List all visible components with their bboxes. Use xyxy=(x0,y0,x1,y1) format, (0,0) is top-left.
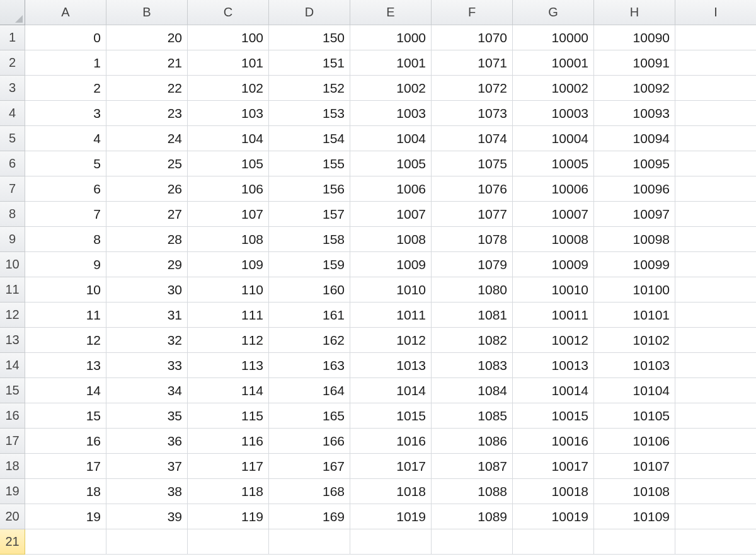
cell-A17[interactable]: 16 xyxy=(25,429,106,454)
cell-F17[interactable]: 1086 xyxy=(432,429,513,454)
column-header-G[interactable]: G xyxy=(513,0,594,25)
cell-C14[interactable]: 113 xyxy=(188,353,269,378)
select-all-corner[interactable] xyxy=(0,0,25,25)
cell-F13[interactable]: 1082 xyxy=(432,328,513,353)
cell-C18[interactable]: 117 xyxy=(188,454,269,479)
cell-D13[interactable]: 162 xyxy=(269,328,350,353)
row-header-17[interactable]: 17 xyxy=(0,429,25,454)
cell-B9[interactable]: 28 xyxy=(106,227,188,252)
row-header-2[interactable]: 2 xyxy=(0,50,25,76)
cell-D12[interactable]: 161 xyxy=(269,303,350,328)
cell-G7[interactable]: 10006 xyxy=(513,176,594,202)
cell-A4[interactable]: 3 xyxy=(25,101,106,126)
cell-G12[interactable]: 10011 xyxy=(513,303,594,328)
cell-I13[interactable] xyxy=(675,328,756,353)
cell-I19[interactable] xyxy=(675,479,756,504)
row-header-4[interactable]: 4 xyxy=(0,101,25,126)
cell-C4[interactable]: 103 xyxy=(188,101,269,126)
cell-E14[interactable]: 1013 xyxy=(350,353,432,378)
cell-E5[interactable]: 1004 xyxy=(350,126,432,151)
cell-B4[interactable]: 23 xyxy=(106,101,188,126)
cell-I8[interactable] xyxy=(675,202,756,227)
cell-A15[interactable]: 14 xyxy=(25,378,106,403)
cell-F9[interactable]: 1078 xyxy=(432,227,513,252)
cell-E11[interactable]: 1010 xyxy=(350,277,432,303)
cell-A1[interactable]: 0 xyxy=(25,25,106,50)
cell-I5[interactable] xyxy=(675,126,756,151)
cell-D9[interactable]: 158 xyxy=(269,227,350,252)
cell-H21[interactable] xyxy=(594,529,675,555)
cell-A12[interactable]: 11 xyxy=(25,303,106,328)
cell-C17[interactable]: 116 xyxy=(188,429,269,454)
cell-D1[interactable]: 150 xyxy=(269,25,350,50)
cell-D18[interactable]: 167 xyxy=(269,454,350,479)
cell-E20[interactable]: 1019 xyxy=(350,504,432,529)
cell-B5[interactable]: 24 xyxy=(106,126,188,151)
cell-C19[interactable]: 118 xyxy=(188,479,269,504)
cell-E15[interactable]: 1014 xyxy=(350,378,432,403)
cell-D16[interactable]: 165 xyxy=(269,403,350,429)
cell-I4[interactable] xyxy=(675,101,756,126)
cell-E16[interactable]: 1015 xyxy=(350,403,432,429)
cell-I10[interactable] xyxy=(675,252,756,277)
cell-A7[interactable]: 6 xyxy=(25,176,106,202)
cell-E19[interactable]: 1018 xyxy=(350,479,432,504)
cell-G10[interactable]: 10009 xyxy=(513,252,594,277)
cell-G6[interactable]: 10005 xyxy=(513,151,594,176)
cell-B21[interactable] xyxy=(106,529,188,555)
cell-H15[interactable]: 10104 xyxy=(594,378,675,403)
cell-A16[interactable]: 15 xyxy=(25,403,106,429)
cell-D8[interactable]: 157 xyxy=(269,202,350,227)
cell-D6[interactable]: 155 xyxy=(269,151,350,176)
cell-E17[interactable]: 1016 xyxy=(350,429,432,454)
cell-F8[interactable]: 1077 xyxy=(432,202,513,227)
cell-I16[interactable] xyxy=(675,403,756,429)
cell-H18[interactable]: 10107 xyxy=(594,454,675,479)
row-header-11[interactable]: 11 xyxy=(0,277,25,303)
cell-D3[interactable]: 152 xyxy=(269,76,350,101)
column-header-D[interactable]: D xyxy=(269,0,350,25)
row-header-18[interactable]: 18 xyxy=(0,454,25,479)
column-header-I[interactable]: I xyxy=(675,0,756,25)
cell-B7[interactable]: 26 xyxy=(106,176,188,202)
cell-I2[interactable] xyxy=(675,50,756,76)
cell-C15[interactable]: 114 xyxy=(188,378,269,403)
cell-H16[interactable]: 10105 xyxy=(594,403,675,429)
cell-F19[interactable]: 1088 xyxy=(432,479,513,504)
cell-F4[interactable]: 1073 xyxy=(432,101,513,126)
cell-H1[interactable]: 10090 xyxy=(594,25,675,50)
column-header-H[interactable]: H xyxy=(594,0,675,25)
row-header-8[interactable]: 8 xyxy=(0,202,25,227)
column-header-F[interactable]: F xyxy=(432,0,513,25)
cell-G11[interactable]: 10010 xyxy=(513,277,594,303)
cell-E12[interactable]: 1011 xyxy=(350,303,432,328)
row-header-19[interactable]: 19 xyxy=(0,479,25,504)
cell-A21[interactable] xyxy=(25,529,106,555)
cell-D11[interactable]: 160 xyxy=(269,277,350,303)
spreadsheet-grid[interactable]: ABCDEFGHI1020100150100010701000010090212… xyxy=(0,0,756,559)
column-header-E[interactable]: E xyxy=(350,0,432,25)
cell-B3[interactable]: 22 xyxy=(106,76,188,101)
cell-I6[interactable] xyxy=(675,151,756,176)
cell-A14[interactable]: 13 xyxy=(25,353,106,378)
cell-F6[interactable]: 1075 xyxy=(432,151,513,176)
cell-C9[interactable]: 108 xyxy=(188,227,269,252)
cell-D20[interactable]: 169 xyxy=(269,504,350,529)
cell-D10[interactable]: 159 xyxy=(269,252,350,277)
row-header-1[interactable]: 1 xyxy=(0,25,25,50)
cell-C12[interactable]: 111 xyxy=(188,303,269,328)
row-header-9[interactable]: 9 xyxy=(0,227,25,252)
cell-A20[interactable]: 19 xyxy=(25,504,106,529)
cell-E8[interactable]: 1007 xyxy=(350,202,432,227)
cell-A3[interactable]: 2 xyxy=(25,76,106,101)
cell-C5[interactable]: 104 xyxy=(188,126,269,151)
cell-E3[interactable]: 1002 xyxy=(350,76,432,101)
cell-E4[interactable]: 1003 xyxy=(350,101,432,126)
cell-C1[interactable]: 100 xyxy=(188,25,269,50)
cell-C13[interactable]: 112 xyxy=(188,328,269,353)
cell-H13[interactable]: 10102 xyxy=(594,328,675,353)
cell-I14[interactable] xyxy=(675,353,756,378)
cell-I20[interactable] xyxy=(675,504,756,529)
cell-H8[interactable]: 10097 xyxy=(594,202,675,227)
cell-D21[interactable] xyxy=(269,529,350,555)
